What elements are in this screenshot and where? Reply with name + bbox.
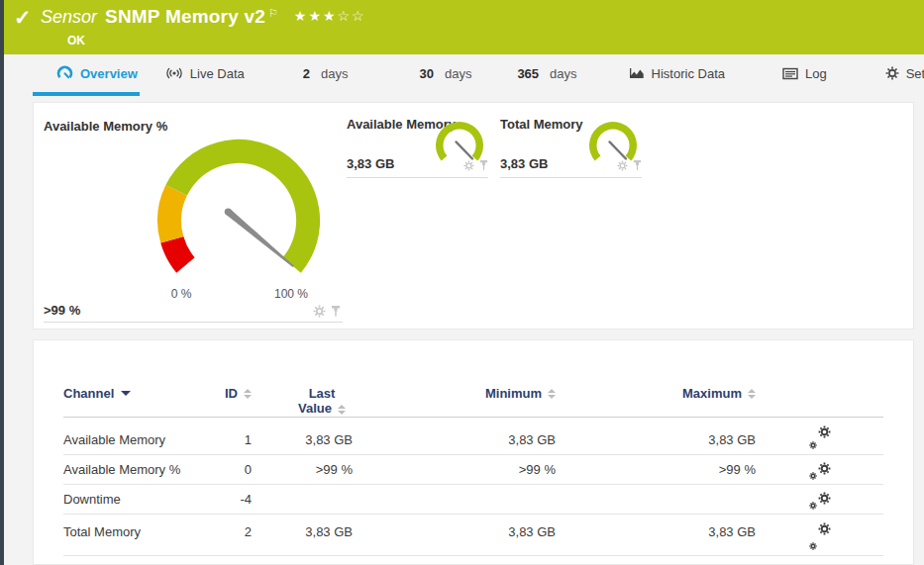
priority-flag-icon[interactable]: ⚐ bbox=[268, 7, 278, 20]
tab-30-days[interactable]: 30 days bbox=[417, 54, 473, 96]
gauge-title: Total Memory bbox=[500, 117, 583, 132]
gauge-value: >99 % bbox=[44, 303, 80, 318]
channel-minimum: >99 % bbox=[519, 455, 556, 484]
tab-365-days-number: 365 bbox=[517, 66, 539, 81]
gauge-min-label: 0 % bbox=[152, 287, 211, 301]
channel-settings-icon[interactable] bbox=[809, 425, 831, 447]
channel-name[interactable]: Downtime bbox=[63, 485, 192, 514]
channel-maximum: 3,83 GB bbox=[708, 515, 756, 555]
tab-historic-data[interactable]: Historic Data bbox=[627, 54, 727, 96]
channel-settings-icon[interactable] bbox=[809, 462, 831, 478]
sensor-status-bar: ✓ Sensor SNMP Memory v2 ⚐ ★★★☆☆ OK bbox=[4, 0, 924, 54]
sort-active-desc-icon bbox=[121, 391, 131, 396]
log-icon bbox=[782, 67, 798, 80]
channel-last-value: 3,83 GB bbox=[305, 418, 353, 454]
column-header-last-value[interactable]: Last Value bbox=[291, 386, 353, 416]
gauge-settings-gear-icon[interactable] bbox=[463, 160, 474, 171]
gauge-value: 3,83 GB bbox=[347, 156, 394, 171]
tab-log-label: Log bbox=[805, 66, 827, 81]
tab-settings-label: Settings bbox=[906, 66, 924, 81]
gauge-tile-available-memory-pct: Available Memory % 0 % 100 % >99 % bbox=[44, 113, 343, 323]
sort-icon bbox=[244, 389, 252, 399]
channel-maximum: >99 % bbox=[719, 455, 756, 484]
channel-name[interactable]: Available Memory bbox=[63, 418, 192, 454]
channel-settings-icon[interactable] bbox=[809, 492, 831, 508]
gauge-pin-icon[interactable] bbox=[633, 160, 642, 171]
table-row[interactable]: Available Memory 1 3,83 GB 3,83 GB 3,83 … bbox=[63, 418, 883, 455]
gauge-max-label: 100 % bbox=[261, 287, 321, 301]
tab-365-days-unit: days bbox=[550, 66, 576, 81]
column-header-id[interactable]: ID bbox=[192, 386, 252, 401]
gauge-settings-gear-icon[interactable] bbox=[313, 305, 326, 318]
channel-id: 0 bbox=[245, 455, 252, 484]
live-data-icon bbox=[165, 65, 183, 81]
table-row[interactable]: Total Memory 2 3,83 GB 3,83 GB 3,83 GB bbox=[63, 515, 883, 556]
tab-30-days-unit: days bbox=[445, 66, 471, 81]
tab-overview[interactable]: Overview bbox=[33, 54, 140, 96]
sort-icon bbox=[548, 389, 556, 399]
historic-data-icon bbox=[629, 66, 645, 80]
page-title: SNMP Memory v2 bbox=[105, 6, 265, 28]
column-header-maximum[interactable]: Maximum bbox=[556, 386, 756, 401]
object-type-label: Sensor bbox=[41, 7, 97, 28]
gauge-value: 3,83 GB bbox=[500, 156, 548, 171]
channel-id: -4 bbox=[240, 485, 252, 514]
channel-id: 2 bbox=[245, 515, 252, 555]
tab-live-data-label: Live Data bbox=[190, 66, 245, 81]
gauge-settings-gear-icon[interactable] bbox=[617, 160, 628, 171]
tab-log[interactable]: Log bbox=[780, 54, 829, 96]
tab-2-days-number: 2 bbox=[303, 66, 310, 81]
gauge-needle bbox=[226, 209, 294, 267]
channel-last-value: 3,83 GB bbox=[305, 515, 353, 555]
channel-id: 1 bbox=[245, 418, 252, 454]
status-ok-check-icon: ✓ bbox=[14, 6, 32, 30]
gauge-title: Available Memory % bbox=[44, 119, 167, 134]
gauge-icon bbox=[56, 65, 73, 81]
sort-icon bbox=[748, 389, 756, 399]
channel-settings-icon[interactable] bbox=[809, 522, 831, 548]
table-row[interactable]: Downtime -4 bbox=[63, 485, 883, 515]
status-badge: OK bbox=[67, 34, 85, 47]
priority-stars[interactable]: ★★★☆☆ bbox=[294, 8, 366, 24]
gauge-segment-red bbox=[160, 236, 194, 273]
gear-icon bbox=[885, 66, 899, 80]
gauge-pin-icon[interactable] bbox=[331, 306, 341, 318]
channel-name[interactable]: Available Memory % bbox=[63, 455, 192, 484]
channel-maximum: 3,83 GB bbox=[708, 418, 756, 454]
channel-minimum: 3,83 GB bbox=[508, 418, 556, 454]
tab-overview-label: Overview bbox=[80, 66, 138, 81]
tab-live-data[interactable]: Live Data bbox=[163, 54, 247, 96]
tab-settings[interactable]: Settings bbox=[883, 54, 924, 96]
gauge-tile-total-memory: Total Memory 3,83 GB bbox=[500, 115, 642, 178]
tab-30-days-number: 30 bbox=[419, 66, 433, 81]
primary-gauge-chart bbox=[154, 135, 329, 283]
channels-table: Channel ID Last Value Minimum Maximum Av… bbox=[63, 340, 883, 556]
column-header-channel[interactable]: Channel bbox=[63, 386, 192, 401]
tab-historic-data-label: Historic Data bbox=[652, 66, 725, 81]
tab-365-days[interactable]: 365 days bbox=[515, 54, 578, 96]
channels-table-card: Channel ID Last Value Minimum Maximum Av… bbox=[33, 339, 914, 565]
table-header-row: Channel ID Last Value Minimum Maximum bbox=[63, 340, 883, 418]
gauge-pin-icon[interactable] bbox=[479, 160, 488, 171]
gauge-tile-available-memory: Available Memory 3,83 GB bbox=[347, 115, 488, 178]
channel-name[interactable]: Total Memory bbox=[63, 515, 192, 555]
column-header-minimum[interactable]: Minimum bbox=[353, 386, 556, 401]
table-row[interactable]: Available Memory % 0 >99 % >99 % >99 % bbox=[63, 455, 883, 485]
tab-2-days[interactable]: 2 days bbox=[301, 54, 351, 96]
tab-bar: Overview Live Data 2 days 30 days 365 da… bbox=[4, 54, 924, 96]
channel-minimum: 3,83 GB bbox=[508, 515, 556, 555]
tab-2-days-unit: days bbox=[321, 66, 348, 81]
channel-last-value: >99 % bbox=[316, 455, 353, 484]
overview-gauges-card: Available Memory % 0 % 100 % >99 % Avail… bbox=[33, 102, 914, 330]
gauge-segment-yellow bbox=[157, 185, 187, 243]
sort-icon bbox=[338, 405, 346, 415]
